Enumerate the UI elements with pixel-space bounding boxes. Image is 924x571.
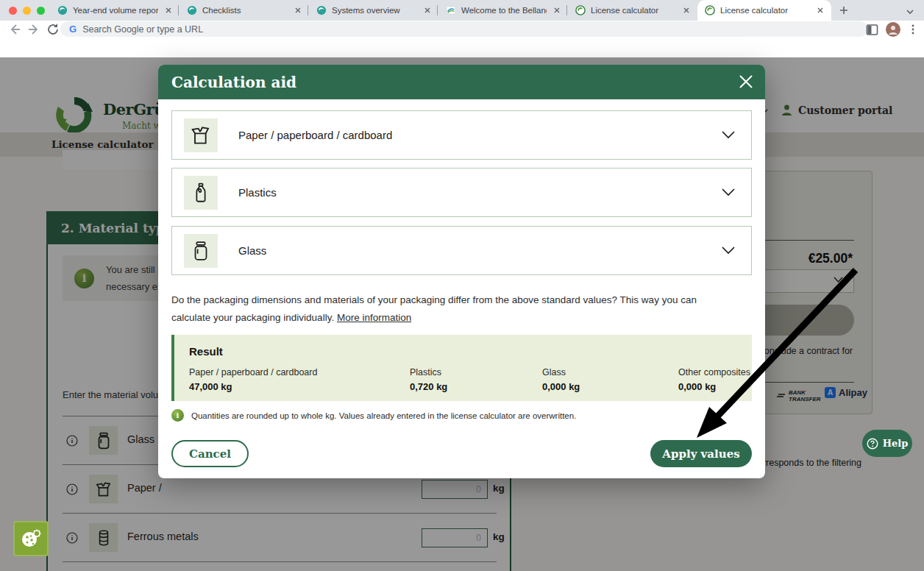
gruener-punkt-favicon [575,5,586,15]
close-tab-icon[interactable] [681,5,692,15]
modal-description: Do the packaging dimensions and material… [171,291,732,327]
rounding-note: i Quantities are rounded up to whole kg.… [171,409,576,422]
tab-list-chevron-icon[interactable] [903,5,917,18]
close-tab-icon[interactable] [552,5,562,15]
browser-tab-active[interactable]: License calculator [697,0,831,21]
browser-tab[interactable]: Year-end volume report [50,0,180,21]
tab-separator [437,5,438,15]
tab-title: License calculator [591,6,676,15]
tab-title: Checklists [202,6,288,15]
browser-tab[interactable]: Checklists [180,0,309,21]
chevron-down-icon [722,247,735,255]
apply-values-button[interactable]: Apply values [650,440,752,467]
bellandvision-favicon [187,5,197,15]
info-icon: i [171,409,184,422]
tab-title: Welcome to the BellandVision [461,6,547,15]
tab-title: Year-end volume report [73,6,158,15]
accordion-label: Plastics [238,186,722,199]
maximize-window-icon[interactable] [37,7,45,15]
tab-title: License calculator [720,6,810,15]
tab-separator [308,5,308,15]
welcome-favicon [446,5,456,15]
minimize-window-icon[interactable] [23,7,31,15]
glass-jar-icon [190,240,212,262]
close-tab-icon[interactable] [293,5,303,15]
calculation-aid-modal: Calculation aid Paper / paperboard / car… [158,65,765,478]
back-button[interactable] [7,22,22,37]
address-bar-placeholder: Search Google or type a URL [82,24,203,35]
accordion-label: Glass [238,244,722,257]
window-controls[interactable] [9,7,45,15]
result-box: Result Paper / paperboard / cardboard 47… [171,335,752,401]
cookie-settings-button[interactable] [13,521,49,556]
result-column-plastics: Plastics 0,720 kg [410,367,447,392]
browser-tab[interactable]: License calculator [568,0,697,21]
browser-toolbar: G Search Google or type a URL [0,21,924,38]
question-circle-icon [867,438,878,450]
close-tab-icon[interactable] [163,5,174,15]
reload-button[interactable] [46,22,60,37]
help-button[interactable]: Help [862,430,912,457]
accordion-glass[interactable]: Glass [171,226,752,275]
page-top-strip [0,38,924,57]
chevron-down-icon [722,131,735,139]
bellandvision-favicon [57,5,68,15]
new-tab-button[interactable] [837,4,850,17]
browser-tab[interactable]: Welcome to the BellandVision [438,0,568,21]
browser-menu-icon[interactable] [908,23,918,36]
google-g-icon: G [69,24,77,35]
cardboard-box-icon [189,124,213,147]
close-window-icon[interactable] [9,7,17,15]
result-column-other-composites: Other composites 0,000 kg [678,367,750,392]
tab-separator [178,5,179,15]
cookie-gear-icon [19,527,43,550]
close-tab-icon[interactable] [422,5,433,15]
modal-title: Calculation aid [171,74,296,91]
result-column-paper: Paper / paperboard / cardboard 47,000 kg [189,367,317,392]
accordion-plastics[interactable]: Plastics [171,168,752,217]
close-modal-icon[interactable] [738,74,754,90]
browser-tab[interactable]: Systems overview [309,0,438,21]
forward-button[interactable] [26,22,41,37]
accordion-label: Paper / paperboard / cardboard [238,129,722,141]
tab-separator [566,5,567,15]
sidebar-toggle-icon[interactable] [866,24,878,36]
accordion-paper[interactable]: Paper / paperboard / cardboard [171,110,752,160]
profile-avatar[interactable] [886,22,900,37]
tab-title: Systems overview [332,6,417,15]
plastic-bottle-icon [190,182,212,204]
gruener-punkt-favicon [705,5,715,15]
more-information-link[interactable]: More information [337,312,411,323]
browser-tab-strip: Year-end volume report Checklists System… [0,0,924,21]
chevron-down-icon [722,188,735,196]
address-bar[interactable]: G Search Google or type a URL [60,21,868,37]
help-label: Help [883,438,909,449]
modal-header: Calculation aid [158,65,765,99]
close-tab-icon[interactable] [815,5,825,15]
bellandvision-favicon [316,5,327,15]
result-heading: Result [189,345,223,358]
cancel-button[interactable]: Cancel [171,440,249,467]
result-column-glass: Glass 0,000 kg [542,367,580,392]
